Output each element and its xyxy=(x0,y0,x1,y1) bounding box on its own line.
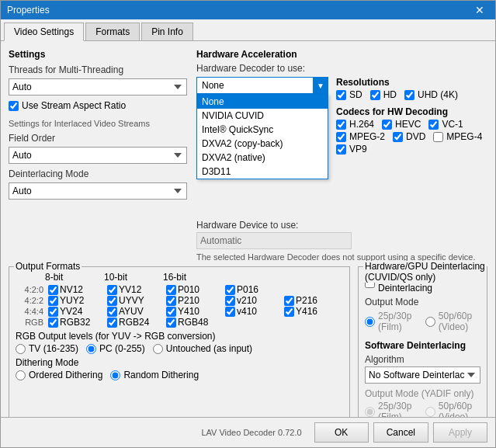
codec-h264-checkbox[interactable] xyxy=(336,120,346,130)
field-order-label: Field Order xyxy=(9,133,187,144)
rgb-untouched-row: Untouched (as input) xyxy=(153,343,252,354)
dithering-label: Dithering Mode xyxy=(16,357,343,368)
cancel-button[interactable]: Cancel xyxy=(373,422,428,443)
decoder-row: None ▼ None NVIDIA CUVID Intel® QuickSyn… xyxy=(196,77,487,155)
fmt-uyvy-checkbox[interactable] xyxy=(107,296,117,306)
resolutions-group: Resolutions SD HD xyxy=(336,77,482,100)
res-uhd: UHD (4K) xyxy=(404,89,458,100)
fmt-yuy2: YUY2 xyxy=(48,295,107,306)
sw-film-radio[interactable] xyxy=(365,407,375,417)
codec-mpeg4-checkbox[interactable] xyxy=(433,132,443,142)
decoder-option-d3d11[interactable]: D3D11 xyxy=(197,165,328,179)
fmt-rgb32-checkbox[interactable] xyxy=(48,318,58,328)
threads-label: Threads for Multi-Threading xyxy=(9,64,187,75)
decoder-label: Hardware Decoder to use: xyxy=(196,63,487,74)
fmt-yv24-checkbox[interactable] xyxy=(48,307,58,317)
res-uhd-checkbox[interactable] xyxy=(404,90,414,100)
sw-video-row: 50p/60p (Video) xyxy=(425,401,480,417)
codec-hevc-checkbox[interactable] xyxy=(382,120,392,130)
sw-deint-title: Software Deinterlacing xyxy=(365,340,480,351)
use-stream-checkbox[interactable] xyxy=(9,101,19,111)
device-input[interactable] xyxy=(196,232,352,249)
fmt-p210-checkbox[interactable] xyxy=(166,296,176,306)
dither-ordered-radio[interactable] xyxy=(16,370,26,380)
header-16bit: 16-bit xyxy=(163,272,222,283)
field-order-section: Field Order Auto xyxy=(9,133,187,164)
rgb-pc-radio[interactable] xyxy=(86,344,96,354)
codec-dvd-checkbox[interactable] xyxy=(393,132,403,142)
deinterlacing-label: Deinterlacing Mode xyxy=(9,168,187,179)
codecs-title: Codecs for HW Decoding xyxy=(336,106,482,117)
decoder-option-dxva2-native[interactable]: DXVA2 (native) xyxy=(197,151,328,165)
format-422-row: 4:2:2 YUY2 UYVY P210 xyxy=(16,295,343,306)
format-rgb-label: RGB xyxy=(16,318,43,327)
decoder-input[interactable]: None ▼ xyxy=(196,77,328,94)
decoder-option-none[interactable]: None xyxy=(197,95,328,109)
rgb-untouched-radio[interactable] xyxy=(153,344,163,354)
hw-accel-section: Hardware Acceleration Hardware Decoder t… xyxy=(196,49,487,262)
header-10bit: 10-bit xyxy=(104,272,163,283)
window-title: Properties xyxy=(7,5,50,16)
interlaced-label: Settings for Interlaced Video Streams xyxy=(9,119,187,128)
decoder-option-quicksync[interactable]: Intel® QuickSync xyxy=(197,123,328,137)
threads-dropdown[interactable]: Auto xyxy=(9,78,187,96)
deinterlacing-dropdown[interactable]: Auto xyxy=(9,182,187,200)
rgb-tv-row: TV (16-235) xyxy=(16,343,78,354)
decoder-dropdown-container: None ▼ None NVIDIA CUVID Intel® QuickSyn… xyxy=(196,77,328,94)
fmt-p010-checkbox[interactable] xyxy=(166,285,176,295)
sw-video-radio[interactable] xyxy=(425,407,435,417)
fmt-rgb24: RGB24 xyxy=(107,317,166,328)
fmt-y410: Y410 xyxy=(166,306,225,317)
hw-video-radio[interactable] xyxy=(425,317,435,327)
fmt-yv24: YV24 xyxy=(48,306,107,317)
fmt-y416-checkbox[interactable] xyxy=(284,307,294,317)
res-hd-checkbox[interactable] xyxy=(370,90,380,100)
dither-random-radio[interactable] xyxy=(110,370,120,380)
fmt-rgb32: RGB32 xyxy=(48,317,107,328)
rgb-tv-radio[interactable] xyxy=(16,344,26,354)
hw-film-radio[interactable] xyxy=(365,317,375,327)
rgb-levels-section: RGB Output levels (for YUV -> RGB conver… xyxy=(16,331,343,354)
fmt-ayuv-checkbox[interactable] xyxy=(107,307,117,317)
codec-vp9-checkbox[interactable] xyxy=(336,144,346,155)
fmt-v410-checkbox[interactable] xyxy=(225,307,235,317)
decoder-option-dxva2-copy[interactable]: DXVA2 (copy-back) xyxy=(197,137,328,151)
hw-output-modes: 25p/30p (Film) 50p/60p (Video) xyxy=(365,311,480,332)
tab-formats[interactable]: Formats xyxy=(85,23,140,40)
title-bar: Properties ✕ xyxy=(1,1,495,19)
format-444-items: YV24 AYUV Y410 v410 xyxy=(48,306,343,317)
resolutions-title: Resolutions xyxy=(336,77,482,88)
top-row: Settings Threads for Multi-Threading Aut… xyxy=(9,49,487,262)
fmt-nv12-checkbox[interactable] xyxy=(48,285,58,295)
algorithm-dropdown[interactable]: No Software Deinterlacing Yadif Yadif (f… xyxy=(365,366,480,384)
rgb-pc-label: PC (0-255) xyxy=(99,343,145,354)
sw-output-mode-label: Output Mode (YADIF only) xyxy=(365,388,480,399)
fmt-p216-checkbox[interactable] xyxy=(284,296,294,306)
codec-mpeg2-checkbox[interactable] xyxy=(336,132,346,142)
close-button[interactable]: ✕ xyxy=(470,3,489,17)
decoder-option-cuvid[interactable]: NVIDIA CUVID xyxy=(197,109,328,123)
fmt-p216: P216 xyxy=(284,295,343,306)
fmt-rgb48-checkbox[interactable] xyxy=(166,318,176,328)
fmt-v210-checkbox[interactable] xyxy=(225,296,235,306)
format-420-items: NV12 YV12 P010 P016 xyxy=(48,284,284,295)
ok-button[interactable]: OK xyxy=(314,422,369,443)
use-stream-label: Use Stream Aspect Ratio xyxy=(22,100,126,111)
fmt-rgb24-checkbox[interactable] xyxy=(107,318,117,328)
dither-random-label: Random Dithering xyxy=(123,370,199,380)
codecs-row1: H.264 HEVC VC-1 xyxy=(336,119,482,130)
fmt-yv12-checkbox[interactable] xyxy=(107,285,117,295)
field-order-dropdown[interactable]: Auto xyxy=(9,147,187,164)
rgb-untouched-label: Untouched (as input) xyxy=(166,343,252,354)
tab-pin-info[interactable]: Pin Info xyxy=(141,23,193,40)
res-sd-checkbox[interactable] xyxy=(336,90,346,100)
codec-vc1-checkbox[interactable] xyxy=(428,120,439,130)
apply-button[interactable]: Apply xyxy=(433,422,487,443)
fmt-yuy2-checkbox[interactable] xyxy=(48,296,58,306)
tab-video-settings[interactable]: Video Settings xyxy=(4,23,84,41)
fmt-y410-checkbox[interactable] xyxy=(166,307,176,317)
rgb-levels-label: RGB Output levels (for YUV -> RGB conver… xyxy=(16,331,343,342)
fmt-v210: v210 xyxy=(225,295,284,306)
fmt-p016-checkbox[interactable] xyxy=(225,285,235,295)
fmt-v410: v410 xyxy=(225,306,284,317)
